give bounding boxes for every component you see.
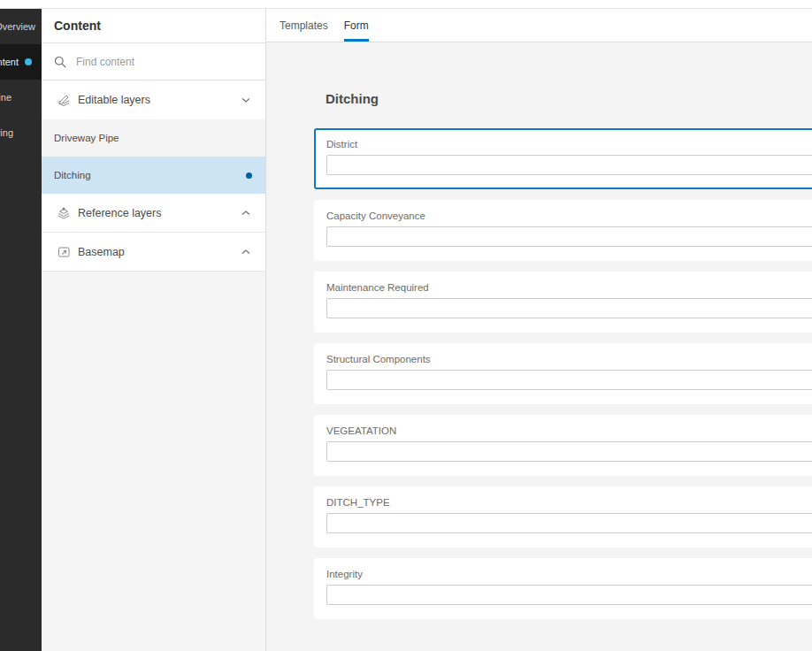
group-editable-layers-label: Editable layers: [78, 94, 241, 106]
tab-bar: Templates Form: [266, 9, 812, 42]
chevron-up-icon: [241, 210, 251, 217]
chevron-down-icon: [241, 96, 251, 103]
main-area: Templates Form Ditching District Capacit…: [266, 9, 812, 651]
nav-item-sharing-label: Sharing: [0, 127, 13, 138]
field-label-ditch-type: DITCH_TYPE: [326, 497, 812, 509]
tab-templates[interactable]: Templates: [280, 9, 328, 42]
field-input-maintenance-required[interactable]: [326, 298, 812, 318]
field-card-district[interactable]: District: [314, 128, 812, 189]
field-input-district[interactable]: [326, 155, 812, 175]
nav-item-content[interactable]: Content: [0, 44, 42, 80]
nav-rail: Overview Content Offline Sharing: [0, 9, 42, 651]
form-builder-canvas: Ditching District Capacity Conveyance Ma…: [266, 42, 812, 651]
layer-item-ditching-label: Ditching: [54, 170, 246, 180]
content-panel-header: Content: [42, 9, 265, 43]
field-label-structural-components: Structural Components: [326, 354, 812, 365]
find-content-search[interactable]: [42, 43, 265, 80]
basemap-icon: [57, 245, 72, 259]
nav-item-offline[interactable]: Offline: [0, 80, 42, 115]
tab-form-label: Form: [344, 19, 369, 32]
group-basemap[interactable]: Basemap: [42, 233, 265, 272]
reference-layers-icon: [57, 206, 72, 220]
layer-item-driveway-pipe-label: Driveway Pipe: [54, 133, 252, 143]
chevron-up-icon: [241, 249, 251, 256]
group-reference-layers[interactable]: Reference layers: [42, 194, 265, 233]
content-panel: Content Editable layers Driv: [42, 9, 266, 651]
search-icon: [54, 56, 66, 68]
field-label-maintenance-required: Maintenance Required: [326, 282, 812, 294]
field-card-structural-components[interactable]: Structural Components: [314, 343, 812, 404]
nav-item-overview[interactable]: Overview: [0, 9, 42, 44]
selected-layer-dot-icon: [246, 172, 252, 179]
field-card-capacity-conveyance[interactable]: Capacity Conveyance: [314, 200, 812, 261]
field-input-integrity[interactable]: [326, 585, 812, 605]
panel-title: Content: [54, 19, 101, 33]
panel-empty-area: [42, 272, 265, 651]
field-input-vegeatation[interactable]: [326, 441, 812, 462]
group-editable-layers[interactable]: Editable layers: [42, 80, 265, 119]
editable-layers-icon: [57, 93, 72, 107]
nav-item-offline-label: Offline: [0, 92, 11, 103]
window-top-strip: [0, 0, 812, 9]
notification-dot-icon: [25, 58, 32, 65]
nav-item-content-label: Content: [0, 57, 19, 67]
field-label-vegeatation: VEGEATATION: [326, 425, 812, 437]
group-reference-layers-label: Reference layers: [78, 207, 241, 219]
app-body: Overview Content Offline Sharing Content: [0, 9, 812, 651]
field-label-integrity: Integrity: [326, 569, 812, 580]
layer-item-ditching[interactable]: Ditching: [42, 157, 265, 194]
search-input[interactable]: [76, 56, 265, 68]
field-input-capacity-conveyance[interactable]: [326, 226, 812, 247]
field-card-ditch-type[interactable]: DITCH_TYPE: [314, 486, 812, 548]
field-card-maintenance-required[interactable]: Maintenance Required: [314, 272, 812, 333]
tab-form[interactable]: Form: [344, 9, 369, 42]
field-label-district: District: [326, 139, 812, 150]
tab-templates-label: Templates: [280, 19, 328, 32]
layer-item-driveway-pipe[interactable]: Driveway Pipe: [42, 119, 265, 157]
field-label-capacity-conveyance: Capacity Conveyance: [326, 211, 812, 222]
field-input-structural-components[interactable]: [326, 370, 812, 390]
form-title: Ditching: [326, 91, 812, 106]
nav-item-overview-label: Overview: [0, 21, 35, 32]
field-card-vegeatation[interactable]: VEGEATATION: [314, 415, 812, 476]
form-fields: District Capacity Conveyance Maintenance…: [314, 128, 812, 619]
field-card-integrity[interactable]: Integrity: [314, 558, 812, 619]
nav-item-sharing[interactable]: Sharing: [0, 115, 42, 150]
field-input-ditch-type[interactable]: [326, 513, 812, 533]
group-basemap-label: Basemap: [78, 246, 241, 258]
